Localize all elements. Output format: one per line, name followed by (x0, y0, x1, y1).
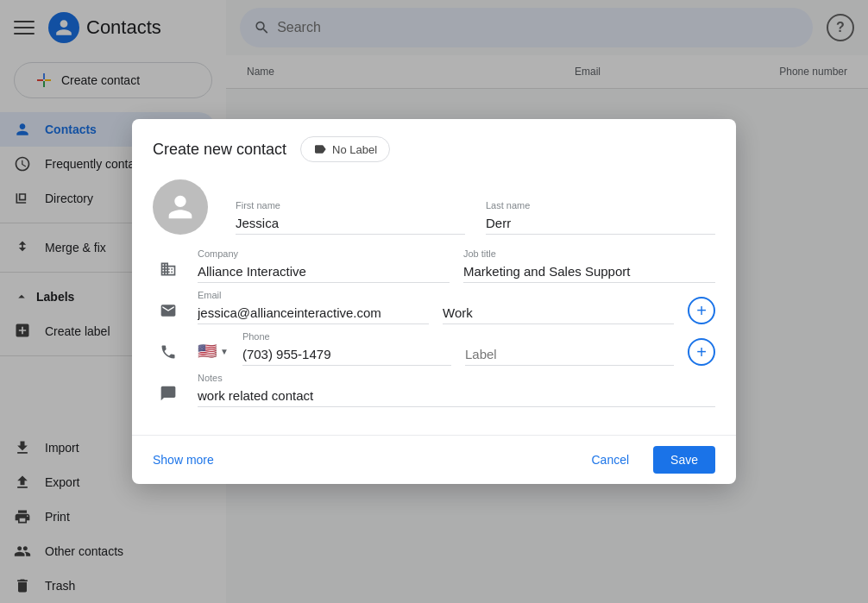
email-icon (153, 293, 184, 324)
add-phone-button[interactable]: + (688, 338, 715, 366)
notes-field-group: Notes (198, 373, 715, 407)
dialog-title: Create new contact (153, 141, 286, 159)
phone-input[interactable] (242, 343, 451, 366)
first-name-label: First name (236, 200, 465, 210)
save-button[interactable]: Save (653, 446, 715, 474)
first-name-field-group: First name (236, 200, 465, 235)
cancel-button[interactable]: Cancel (574, 446, 646, 474)
company-row: Company Job title (153, 248, 715, 283)
phone-label: Phone (242, 331, 451, 342)
last-name-field-group: Last name (486, 200, 715, 235)
phone-label-input[interactable] (465, 343, 674, 366)
name-row: First name Last name (153, 179, 715, 242)
phone-row: 🇺🇸 ▼ Phone + (153, 331, 715, 366)
email-input[interactable] (198, 302, 429, 324)
company-input[interactable] (198, 261, 450, 283)
phone-icon (153, 335, 184, 366)
email-type-field-group (443, 302, 674, 324)
show-more-button[interactable]: Show more (153, 453, 214, 467)
email-type-input[interactable] (443, 302, 674, 324)
notes-row: Notes (153, 373, 715, 407)
notes-input[interactable] (198, 385, 715, 407)
company-icon (153, 252, 184, 283)
email-label: Email (198, 290, 429, 300)
dialog-footer: Show more Cancel Save (132, 435, 736, 484)
add-email-button[interactable]: + (688, 297, 715, 324)
first-name-input[interactable] (236, 212, 465, 235)
job-title-input[interactable] (463, 261, 715, 283)
company-field-group: Company (198, 248, 450, 283)
phone-field-group: Phone (242, 331, 451, 366)
last-name-input[interactable] (486, 212, 715, 235)
company-label: Company (198, 248, 450, 259)
dialog-header: Create new contact No Label (132, 119, 736, 173)
cancel-label: Cancel (591, 453, 629, 467)
label-icon (313, 142, 327, 156)
show-more-label: Show more (153, 453, 214, 467)
email-row: Email + (153, 290, 715, 324)
create-contact-dialog: Create new contact No Label First name L… (132, 119, 736, 484)
phone-flag-selector[interactable]: 🇺🇸 ▼ (198, 342, 229, 366)
job-title-label: Job title (463, 248, 715, 259)
contact-avatar[interactable] (153, 179, 208, 235)
phone-label-field-group (465, 343, 674, 366)
no-label-btn-label: No Label (332, 143, 377, 156)
last-name-label: Last name (486, 200, 715, 210)
email-field-group: Email (198, 290, 429, 324)
save-label: Save (670, 453, 698, 467)
notes-icon (153, 376, 184, 407)
no-label-button[interactable]: No Label (300, 136, 390, 162)
footer-actions: Cancel Save (574, 446, 715, 474)
modal-overlay: Create new contact No Label First name L… (0, 0, 868, 603)
flag-dropdown-arrow: ▼ (220, 347, 229, 356)
us-flag: 🇺🇸 (198, 342, 217, 361)
notes-label: Notes (198, 373, 715, 383)
job-title-field-group: Job title (463, 248, 715, 283)
dialog-body: First name Last name Company Job (132, 173, 736, 435)
